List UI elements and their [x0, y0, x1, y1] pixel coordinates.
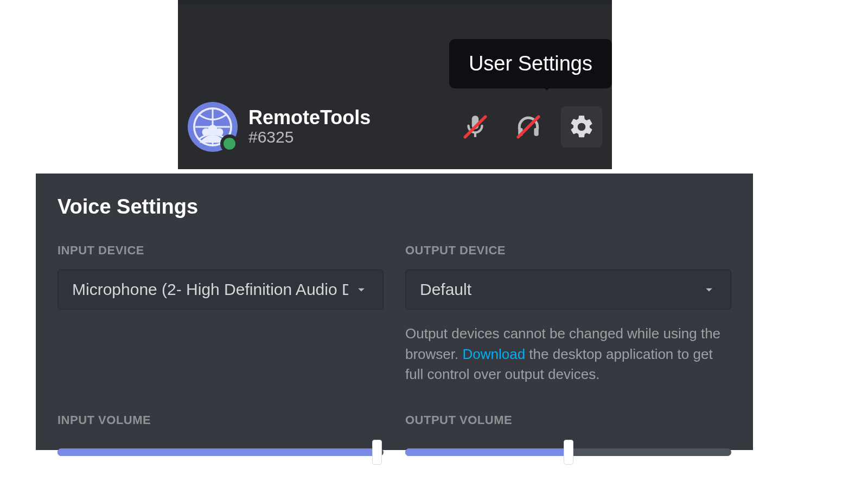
page-title: Voice Settings: [58, 195, 731, 219]
output-device-value: Default: [420, 280, 696, 299]
input-volume-section: INPUT VOLUME: [58, 413, 384, 463]
gear-icon: [568, 113, 595, 140]
user-settings-tooltip: User Settings: [449, 39, 612, 88]
slider-fill: [58, 448, 377, 456]
input-volume-label: INPUT VOLUME: [58, 413, 384, 427]
chevron-down-icon: [354, 282, 369, 297]
svg-rect-7: [534, 128, 538, 136]
download-link[interactable]: Download: [463, 346, 526, 362]
output-device-section: OUTPUT DEVICE Default Output devices can…: [405, 243, 731, 385]
status-online-indicator: [220, 134, 239, 153]
microphone-muted-icon: [462, 113, 489, 140]
discriminator: #6325: [248, 128, 371, 146]
device-row: INPUT DEVICE Microphone (2- High Definit…: [58, 243, 731, 385]
output-volume-slider[interactable]: [405, 441, 731, 463]
user-meta[interactable]: RemoteTools #6325: [248, 107, 371, 146]
output-volume-label: OUTPUT VOLUME: [405, 413, 731, 427]
output-device-label: OUTPUT DEVICE: [405, 243, 731, 258]
input-device-value: Microphone (2- High Definition Audio Dev: [72, 280, 348, 299]
chevron-down-icon: [701, 282, 717, 297]
slider-thumb[interactable]: [372, 440, 382, 465]
headset-deafened-icon: [515, 113, 542, 140]
slider-thumb[interactable]: [564, 440, 573, 465]
user-settings-button[interactable]: [561, 106, 602, 147]
output-device-hint: Output devices cannot be changed while u…: [405, 324, 731, 385]
input-device-section: INPUT DEVICE Microphone (2- High Definit…: [58, 243, 384, 385]
svg-point-4: [215, 128, 224, 136]
mute-button[interactable]: [455, 106, 496, 147]
avatar[interactable]: [188, 102, 238, 152]
deafen-button[interactable]: [508, 106, 549, 147]
divider: [178, 0, 612, 4]
tooltip-label: User Settings: [469, 52, 592, 75]
voice-settings-panel: Voice Settings INPUT DEVICE Microphone (…: [36, 174, 753, 450]
slider-fill: [405, 448, 569, 456]
input-device-select[interactable]: Microphone (2- High Definition Audio Dev: [58, 269, 384, 310]
input-device-label: INPUT DEVICE: [58, 243, 384, 258]
output-volume-section: OUTPUT VOLUME: [405, 413, 731, 463]
output-device-select[interactable]: Default: [405, 269, 731, 310]
volume-row: INPUT VOLUME OUTPUT VOLUME: [58, 413, 731, 463]
user-area: User Settings RemoteTools #6325: [178, 0, 612, 169]
user-row: RemoteTools #6325: [188, 94, 602, 159]
input-volume-slider[interactable]: [58, 441, 384, 463]
user-panel-actions: [455, 106, 602, 147]
username: RemoteTools: [248, 107, 371, 128]
